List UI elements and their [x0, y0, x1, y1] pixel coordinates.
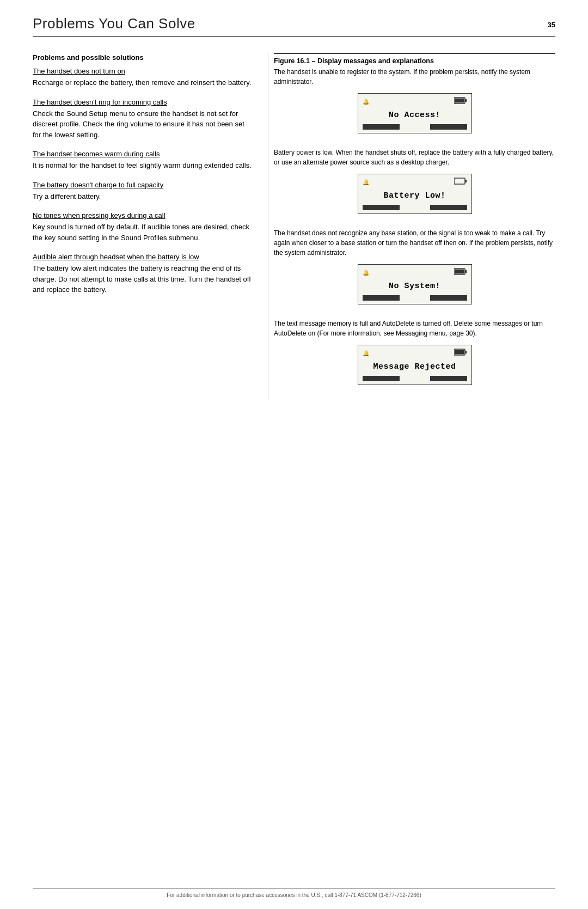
page-title: Problems You Can Solve — [33, 15, 195, 32]
problem-title-5: No tones when pressing keys during a cal… — [33, 211, 252, 219]
problem-item-2: The handset doesn't ring for incoming ca… — [33, 98, 252, 141]
problem-item-6: Audible alert through headset when the b… — [33, 253, 252, 295]
problem-title-1: The handset does not turn on — [33, 67, 252, 75]
soft-key-left-battery-low — [363, 205, 400, 210]
display-wrapper-battery-low: 🔔 Battery Low! — [274, 174, 555, 214]
lcd-bottom-row-no-access — [363, 124, 467, 130]
figure-title: Figure 16.1 – Display messages and expla… — [274, 53, 555, 65]
page-number: 35 — [548, 15, 555, 29]
problem-item-3: The handset becomes warm during calls It… — [33, 150, 252, 171]
figure-desc-no-access: The handset is unable to register to the… — [274, 67, 555, 87]
right-section-message-rejected: The text message memory is full and Auto… — [274, 319, 555, 385]
section-heading: Problems and possible solutions — [33, 53, 252, 62]
figure-desc-battery-low: Battery power is low. When the handset s… — [274, 148, 555, 167]
svg-rect-7 — [455, 270, 464, 274]
problem-desc-1: Recharge or replace the battery, then re… — [33, 78, 251, 87]
page-header: Problems You Can Solve 35 — [0, 0, 588, 32]
soft-key-right-no-system — [430, 295, 467, 301]
svg-rect-4 — [465, 180, 467, 182]
lcd-display-no-access: 🔔 No Access! — [358, 93, 472, 133]
battery-icon-battery-low — [454, 178, 467, 187]
lcd-text-no-access: No Access! — [363, 108, 467, 122]
right-section-battery-low: Battery power is low. When the handset s… — [274, 148, 555, 214]
bell-icon-no-system: 🔔 — [363, 270, 369, 276]
lcd-display-message-rejected: 🔔 Message Rejected — [358, 345, 472, 385]
figure-desc-message-rejected: The text message memory is full and Auto… — [274, 319, 555, 338]
problem-desc-4: Try a different battery. — [33, 192, 101, 200]
lcd-bottom-row-no-system — [363, 295, 467, 301]
left-column: Problems and possible solutions The hand… — [33, 53, 268, 399]
lcd-text-battery-low: Battery Low! — [363, 189, 467, 203]
problem-title-3: The handset becomes warm during calls — [33, 150, 252, 158]
lcd-bottom-row-message-rejected — [363, 376, 467, 381]
svg-rect-2 — [455, 99, 464, 103]
soft-key-right-no-access — [430, 124, 467, 130]
footer-text: For additional information or to purchas… — [167, 892, 421, 898]
problem-desc-5: Key sound is turned off by default. If a… — [33, 223, 249, 242]
battery-icon-no-system — [454, 268, 467, 277]
lcd-top-row-message-rejected: 🔔 — [363, 349, 467, 358]
problem-desc-6: The battery low alert indicates the batt… — [33, 264, 251, 294]
problem-item-1: The handset does not turn on Recharge or… — [33, 67, 252, 88]
bell-icon-message-rejected: 🔔 — [363, 350, 369, 357]
problem-title-4: The battery doesn't charge to full capac… — [33, 181, 252, 189]
lcd-display-no-system: 🔔 No System! — [358, 264, 472, 304]
svg-rect-3 — [454, 178, 465, 184]
problem-item-4: The battery doesn't charge to full capac… — [33, 181, 252, 202]
main-content: Problems and possible solutions The hand… — [0, 37, 588, 399]
lcd-display-battery-low: 🔔 Battery Low! — [358, 174, 472, 214]
svg-rect-6 — [465, 270, 467, 273]
soft-key-left-no-system — [363, 295, 400, 301]
lcd-text-no-system: No System! — [363, 279, 467, 293]
lcd-top-row-battery-low: 🔔 — [363, 178, 467, 187]
svg-rect-10 — [455, 350, 464, 355]
battery-icon-no-access — [454, 97, 467, 106]
bell-icon-battery-low: 🔔 — [363, 179, 369, 186]
right-column: Figure 16.1 – Display messages and expla… — [268, 53, 555, 399]
display-wrapper-no-access: 🔔 No Access! — [274, 93, 555, 133]
display-wrapper-message-rejected: 🔔 Message Rejected — [274, 345, 555, 385]
figure-desc-no-system: The handset does not recognize any base … — [274, 228, 555, 258]
page-footer: For additional information or to purchas… — [33, 888, 555, 898]
problem-item-5: No tones when pressing keys during a cal… — [33, 211, 252, 243]
lcd-text-message-rejected: Message Rejected — [363, 360, 467, 374]
soft-key-left-message-rejected — [363, 376, 400, 381]
problem-title-2: The handset doesn't ring for incoming ca… — [33, 98, 252, 106]
svg-rect-1 — [465, 99, 467, 102]
problem-desc-2: Check the Sound Setup menu to ensure the… — [33, 109, 244, 139]
lcd-top-row-no-system: 🔔 — [363, 268, 467, 277]
display-wrapper-no-system: 🔔 No System! — [274, 264, 555, 304]
soft-key-right-battery-low — [430, 205, 467, 210]
right-section-no-access: The handset is unable to register to the… — [274, 67, 555, 133]
battery-icon-message-rejected — [454, 349, 467, 358]
problem-title-6: Audible alert through headset when the b… — [33, 253, 252, 261]
svg-rect-9 — [465, 351, 467, 353]
lcd-top-row-no-access: 🔔 — [363, 97, 467, 106]
page-container: Problems You Can Solve 35 Problems and p… — [0, 0, 588, 909]
soft-key-right-message-rejected — [430, 376, 467, 381]
soft-key-left-no-access — [363, 124, 400, 130]
problem-desc-3: It is normal for the handset to feel sli… — [33, 161, 252, 169]
bell-icon-no-access: 🔔 — [363, 99, 369, 105]
right-section-no-system: The handset does not recognize any base … — [274, 228, 555, 304]
lcd-bottom-row-battery-low — [363, 205, 467, 210]
